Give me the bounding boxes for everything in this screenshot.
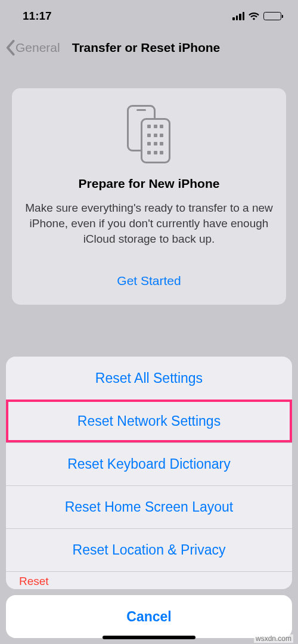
reset-action-sheet: Reset All Settings Reset Network Setting… [6,357,292,589]
status-time: 11:17 [23,10,52,23]
battery-icon [263,12,281,20]
watermark: wsxdn.com [254,634,293,643]
back-label: General [15,41,60,55]
prepare-card: Prepare for New iPhone Make sure everyth… [12,88,286,305]
page-title: Transfer or Reset iPhone [72,41,221,55]
reset-network-settings-button[interactable]: Reset Network Settings [6,400,292,442]
cancel-button[interactable]: Cancel [6,595,292,638]
status-indicators [232,11,281,21]
reset-all-settings-button[interactable]: Reset All Settings [6,357,292,400]
wifi-icon [248,11,260,21]
reset-location-privacy-button[interactable]: Reset Location & Privacy [6,528,292,571]
cellular-icon [232,12,244,20]
home-indicator[interactable] [103,636,195,639]
prepare-title: Prepare for New iPhone [23,177,275,191]
reset-row-peek[interactable]: Reset [6,571,292,589]
action-sheet-overlay: Reset All Settings Reset Network Setting… [0,357,298,644]
back-button[interactable]: General [5,39,60,56]
get-started-link[interactable]: Get Started [23,274,275,288]
device-transfer-icon [23,105,275,163]
prepare-description: Make sure everything's ready to transfer… [23,200,275,247]
reset-keyboard-dictionary-button[interactable]: Reset Keyboard Dictionary [6,442,292,485]
status-bar: 11:17 [0,0,298,32]
navigation-bar: General Transfer or Reset iPhone [0,32,298,63]
reset-home-screen-layout-button[interactable]: Reset Home Screen Layout [6,485,292,528]
chevron-left-icon [5,39,15,56]
content: Prepare for New iPhone Make sure everyth… [0,63,298,305]
